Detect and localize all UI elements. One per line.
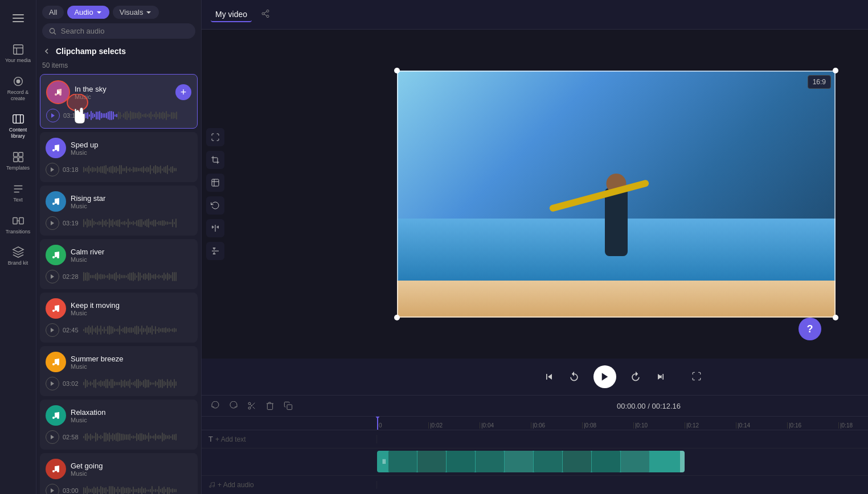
duration-5: 02:45 <box>63 327 80 334</box>
waveform-6 <box>83 378 192 389</box>
video-clip[interactable]: ⏸ <box>377 451 685 472</box>
fullscreen-tool-btn[interactable] <box>206 128 224 146</box>
corner-handle-tl[interactable] <box>394 68 400 73</box>
svg-marker-22 <box>51 435 54 439</box>
sidebar-item-record-create[interactable]: Record & create <box>2 71 34 106</box>
duplicate-btn[interactable] <box>281 399 295 413</box>
svg-rect-3 <box>13 45 23 55</box>
search-input[interactable] <box>61 27 189 35</box>
video-frame <box>397 71 836 318</box>
ruler-mark-4: |0:04 <box>480 422 531 429</box>
back-icon <box>42 47 51 56</box>
clip-end-handle[interactable] <box>680 451 685 472</box>
forward-btn[interactable] <box>630 371 641 382</box>
redo-btn[interactable] <box>227 399 240 413</box>
audio-type-6: Music <box>71 363 192 370</box>
timeline-playhead[interactable] <box>377 417 378 430</box>
sidebar-item-brand-kit[interactable]: Brand kit <box>2 241 34 271</box>
audio-title-6: Summer breeze <box>71 355 192 363</box>
aspect-ratio-badge[interactable]: 16:9 <box>808 75 831 89</box>
hamburger-menu[interactable] <box>7 7 30 32</box>
sidebar-item-your-media[interactable]: Your media <box>2 39 34 68</box>
video-track-content: ⏸ <box>377 448 868 475</box>
sidebar-item-content-library[interactable]: Content library <box>2 108 34 144</box>
play-btn-7[interactable] <box>46 430 59 444</box>
undo-btn[interactable] <box>208 399 222 413</box>
add-text-row: T + Add text <box>202 430 868 448</box>
svg-marker-21 <box>51 381 54 386</box>
delete-btn[interactable] <box>263 399 277 413</box>
share-icon[interactable] <box>261 9 270 20</box>
play-pause-btn[interactable] <box>593 365 616 388</box>
add-audio-btn[interactable]: + Add audio <box>202 481 377 489</box>
timeline-tracks: T + Add text ⏸ <box>202 430 868 494</box>
corner-handle-br[interactable] <box>833 315 838 320</box>
svg-rect-8 <box>18 153 22 157</box>
main-area: My video Export <box>202 0 868 494</box>
search-bar[interactable] <box>42 23 195 39</box>
audio-type-4: Music <box>71 256 192 263</box>
svg-point-5 <box>17 80 20 83</box>
audio-title-4: Calm river <box>71 248 192 256</box>
audio-item-1[interactable]: In the sky Music + 03:18 <box>40 74 198 129</box>
corner-handle-tr[interactable] <box>833 68 838 73</box>
audio-item-4[interactable]: Calm river Music 02:28 <box>40 239 198 289</box>
audio-type-7: Music <box>71 417 192 423</box>
sidebar-item-transitions[interactable]: Transitions <box>2 210 34 240</box>
search-icon <box>49 27 56 35</box>
audio-item-3[interactable]: Rising star Music 03:19 <box>40 186 198 236</box>
sidebar-item-text[interactable]: Text <box>2 178 34 208</box>
audio-item-8[interactable]: Get going Music 03:00 <box>40 453 198 494</box>
video-canvas[interactable]: 16:9 <box>397 71 836 318</box>
svg-marker-17 <box>51 167 54 172</box>
filter-visuals-btn[interactable]: Visuals <box>113 6 159 19</box>
svg-rect-12 <box>19 217 23 224</box>
crop-tool-btn[interactable] <box>206 151 224 169</box>
ruler-mark-16: |0:16 <box>787 422 838 429</box>
filter-bar: All Audio Visuals <box>36 0 201 23</box>
play-btn-5[interactable] <box>46 323 59 337</box>
sidebar-item-templates[interactable]: Templates <box>2 146 34 176</box>
rotate-tool-btn[interactable] <box>206 196 224 215</box>
play-btn-8[interactable] <box>46 484 59 494</box>
flip-h-tool-btn[interactable] <box>206 219 224 237</box>
play-btn-3[interactable] <box>46 216 59 230</box>
skip-start-btn[interactable] <box>543 371 555 382</box>
filter-audio-btn[interactable]: Audio <box>67 6 109 19</box>
svg-point-24 <box>267 10 269 12</box>
add-audio-1-btn[interactable]: + <box>175 84 191 100</box>
audio-item-7[interactable]: Relaxation Music 02:58 <box>40 400 198 450</box>
expand-btn[interactable] <box>691 371 702 383</box>
back-navigation[interactable]: Clipchamp selects <box>36 43 201 59</box>
filter-all-btn[interactable]: All <box>42 6 64 19</box>
audio-title-3: Rising star <box>71 194 192 203</box>
svg-rect-1 <box>13 18 24 19</box>
play-btn-1[interactable] <box>46 109 60 122</box>
svg-marker-15 <box>51 113 55 118</box>
play-btn-6[interactable] <box>46 377 59 390</box>
tab-my-video[interactable]: My video <box>211 7 252 22</box>
audio-item-2[interactable]: Sped up Music 03:18 <box>40 132 198 182</box>
clip-thumbnails <box>377 451 649 472</box>
resize-tool-btn[interactable] <box>206 174 224 192</box>
cut-btn[interactable] <box>245 399 259 413</box>
play-btn-4[interactable] <box>46 270 59 283</box>
svg-rect-39 <box>287 405 292 410</box>
audio-item-6[interactable]: Summer breeze Music 03:02 <box>40 346 198 396</box>
help-button[interactable]: ? <box>799 318 821 340</box>
avatar-2 <box>46 138 66 158</box>
audio-item-5[interactable]: Keep it moving Music 02:45 <box>40 293 198 343</box>
timeline-ruler: 0 |0:02 |0:04 |0:06 |0:08 |0:10 |0:12 |0… <box>202 417 868 430</box>
skip-end-btn[interactable] <box>655 371 666 382</box>
play-btn-2[interactable] <box>46 163 59 176</box>
audio-type-1: Music <box>75 93 171 100</box>
corner-handle-bl[interactable] <box>394 315 400 320</box>
waveform-2 <box>83 164 192 175</box>
rewind-btn[interactable] <box>568 371 580 382</box>
audio-type-5: Music <box>71 310 192 316</box>
flip-v-tool-btn[interactable] <box>206 242 224 260</box>
add-text-btn[interactable]: T + Add text <box>202 435 377 443</box>
top-bar: My video Export <box>202 0 868 30</box>
waveform-5 <box>83 325 192 335</box>
waveform-3 <box>83 218 192 228</box>
